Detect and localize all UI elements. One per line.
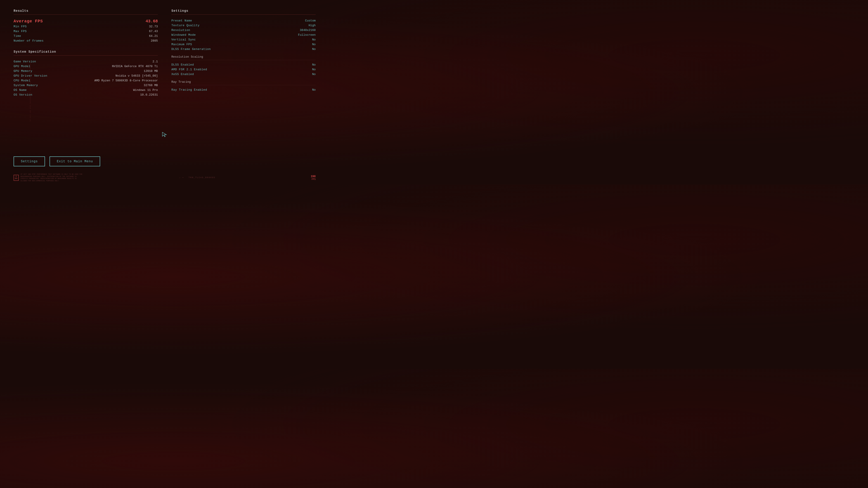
num-frames-value: 2805	[151, 39, 158, 42]
settings-button[interactable]: Settings	[13, 156, 45, 166]
gpu-model-row: GPU Model NVIDIA GeForce RTX 4070 Ti	[13, 64, 158, 69]
side-watermark: CP 2077 AND RTMF PERFORMANCE TEST · NOT …	[30, 63, 31, 121]
bottom-bar: V 85 CP 2077 AND RTMF PERFORMANCE TEST S…	[0, 173, 329, 182]
resolution-row: Resolution 3840x2160	[172, 28, 316, 33]
gpu-memory-row: GPU Memory 12010 MB	[13, 69, 158, 73]
ray-tracing-title: Ray Tracing	[172, 80, 316, 84]
os-name-row: OS Name Windows 11 Pro	[13, 88, 158, 92]
gpu-driver-value: Nvidia v 54633 [r545_00]	[116, 74, 158, 77]
fsr-enabled-label: AMD FSR 2.1 Enabled	[172, 68, 207, 71]
results-title: Results	[13, 9, 158, 13]
settings-section: Settings Preset Name Custom Texture Qual…	[172, 9, 316, 52]
preset-name-row: Preset Name Custom	[172, 18, 316, 23]
gpu-memory-value: 12010 MB	[144, 69, 158, 73]
resolution-value: 3840x2160	[300, 29, 316, 32]
max-fps-label: Max FPS	[13, 30, 27, 33]
dlss-framegen-label: DLSS Frame Generation	[172, 47, 211, 51]
fps-label: FPS	[311, 178, 316, 181]
system-memory-label: System Memory	[13, 84, 38, 87]
max-fps-row: Maximum FPS No	[172, 42, 316, 47]
results-divider	[13, 14, 158, 15]
os-version-row: OS Version 10.0.22631	[13, 92, 158, 97]
os-name-value: Windows 11 Pro	[133, 88, 158, 92]
settings-divider	[172, 14, 316, 15]
bottom-center-code: — ⟶ TRN_TLCA5_B00095	[179, 176, 215, 179]
system-section: System Specification Game Version 2.1 GP…	[13, 50, 158, 97]
windowed-mode-row: Windowed Mode Fullscreen	[172, 33, 316, 37]
ray-tracing-enabled-row: Ray Tracing Enabled No	[172, 88, 316, 92]
fsr-enabled-row: AMD FSR 2.1 Enabled No	[172, 67, 316, 72]
average-fps-value: 43.68	[146, 19, 158, 24]
average-fps-label: Average FPS	[13, 19, 43, 24]
average-fps-row: Average FPS 43.68	[13, 18, 158, 24]
min-fps-value: 32.73	[149, 25, 158, 28]
time-value: 64.21	[149, 34, 158, 38]
left-panel: Results Average FPS 43.68 Min FPS 32.73 …	[13, 9, 158, 180]
vs-badge: V 85	[13, 175, 19, 181]
xess-enabled-value: No	[312, 72, 316, 76]
texture-quality-label: Texture Quality	[172, 24, 200, 27]
vsync-row: Vertical Sync No	[172, 37, 316, 42]
resolution-scaling-title: Resolution Scaling	[172, 55, 316, 59]
dlss-enabled-value: No	[312, 63, 316, 66]
max-fps-label: Maximum FPS	[172, 43, 192, 46]
max-fps-value: No	[312, 43, 316, 46]
max-fps-row: Max FPS 67.43	[13, 29, 158, 34]
gpu-model-label: GPU Model	[13, 65, 31, 68]
settings-title: Settings	[172, 9, 316, 13]
ray-tracing-enabled-value: No	[312, 88, 316, 92]
windowed-mode-value: Fullscreen	[298, 33, 316, 37]
texture-quality-value: High	[309, 24, 316, 27]
xess-enabled-row: XeSS Enabled No	[172, 72, 316, 77]
right-panel: Settings Preset Name Custom Texture Qual…	[172, 9, 316, 180]
resolution-scaling-divider	[172, 60, 316, 60]
fps-counter: 198	[311, 175, 316, 178]
min-fps-label: Min FPS	[13, 25, 27, 28]
cpu-model-row: CPU Model AMD Ryzen 7 5800X3D 8-Core Pro…	[13, 78, 158, 83]
track-code: TRN_TLCA5_B00095	[189, 176, 215, 179]
min-fps-row: Min FPS 32.73	[13, 24, 158, 29]
texture-quality-row: Texture Quality High	[172, 23, 316, 28]
dlss-framegen-row: DLSS Frame Generation No	[172, 47, 316, 52]
cpu-model-value: AMD Ryzen 7 5800X3D 8-Core Processor	[94, 79, 158, 82]
ray-tracing-divider	[172, 85, 316, 85]
system-memory-row: System Memory 32768 MB	[13, 83, 158, 88]
preset-name-label: Preset Name	[172, 19, 192, 22]
ray-tracing-enabled-label: Ray Tracing Enabled	[172, 88, 207, 92]
num-frames-row: Number of Frames 2805	[13, 38, 158, 43]
bottom-buttons: Settings Exit to Main Menu	[13, 156, 100, 166]
gpu-model-value: NVIDIA GeForce RTX 4070 Ti	[112, 65, 158, 68]
preset-name-value: Custom	[305, 19, 316, 22]
dlss-enabled-row: DLSS Enabled No	[172, 62, 316, 67]
cursor-icon	[161, 131, 168, 139]
fsr-enabled-value: No	[312, 68, 316, 71]
bottom-right: 198 FPS	[311, 175, 316, 181]
resolution-label: Resolution	[172, 29, 190, 32]
dlss-framegen-value: No	[312, 47, 316, 51]
xess-enabled-label: XeSS Enabled	[172, 72, 194, 76]
system-title: System Specification	[13, 50, 158, 54]
game-version-row: Game Version 2.1	[13, 59, 158, 64]
exit-to-main-menu-button[interactable]: Exit to Main Menu	[50, 156, 100, 166]
bottom-logo: V 85 CP 2077 AND RTMF PERFORMANCE TEST S…	[13, 173, 84, 182]
game-version-value: 2.1	[153, 60, 158, 63]
vsync-value: No	[312, 38, 316, 41]
max-fps-value: 67.43	[149, 30, 158, 33]
os-name-label: OS Name	[13, 88, 27, 92]
results-section: Results Average FPS 43.68 Min FPS 32.73 …	[13, 9, 158, 43]
ray-tracing-section: Ray Tracing Ray Tracing Enabled No	[172, 77, 316, 92]
system-divider	[13, 55, 158, 56]
resolution-scaling-section: Resolution Scaling DLSS Enabled No AMD F…	[172, 52, 316, 77]
bottom-disclaimer: CP 2077 AND RTMF PERFORMANCE TEST SOFTWA…	[21, 173, 84, 182]
num-frames-label: Number of Frames	[13, 39, 44, 42]
os-version-value: 10.0.22631	[140, 93, 158, 97]
vsync-label: Vertical Sync	[172, 38, 196, 41]
time-label: Time	[13, 34, 21, 38]
cpu-model-label: CPU Model	[13, 79, 31, 82]
vs-85: 85	[15, 178, 18, 180]
time-row: Time 64.21	[13, 34, 158, 38]
game-version-label: Game Version	[13, 60, 36, 63]
windowed-mode-label: Windowed Mode	[172, 33, 196, 37]
gpu-driver-row: GPU Driver Version Nvidia v 54633 [r545_…	[13, 73, 158, 78]
system-memory-value: 32768 MB	[144, 84, 158, 87]
